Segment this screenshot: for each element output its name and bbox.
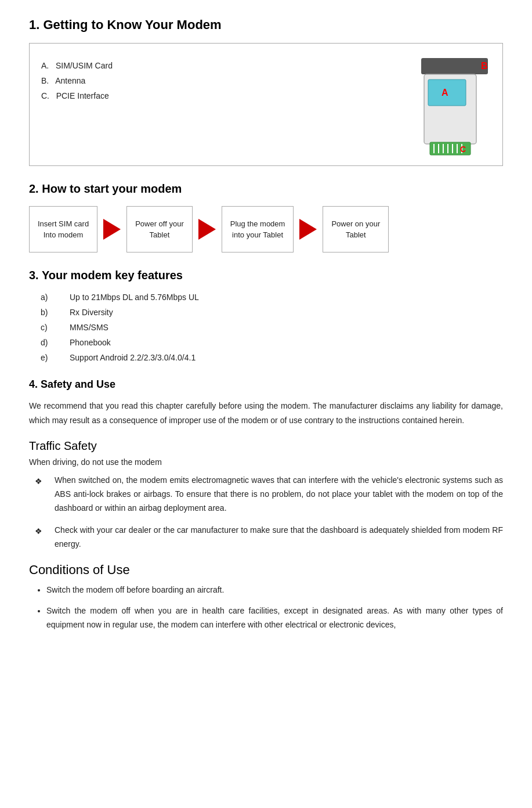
diamond-icon-2: ❖ — [35, 524, 46, 551]
condition-item-2: Switch the modem off when you are in hea… — [46, 604, 503, 632]
modem-svg: B A C — [386, 55, 491, 160]
arrow-3 — [294, 218, 323, 241]
label-c: C — [460, 145, 466, 154]
conditions-title: Conditions of Use — [29, 562, 503, 578]
section1-heading: 1. Getting to Know Your Modem — [29, 17, 503, 33]
diamond-icon-1: ❖ — [35, 474, 46, 515]
section2: 2. How to start your modem Insert SIM ca… — [29, 182, 503, 252]
arrow-shape-3 — [299, 219, 317, 240]
section3-heading: 3. Your modem key features — [29, 269, 503, 282]
conditions-list: Switch the modem off before boarding an … — [29, 583, 503, 632]
section1-item-b: B. Antenna — [41, 76, 386, 85]
arrow-1 — [97, 218, 126, 241]
step-3: Plug the modeminto your Tablet — [222, 206, 294, 252]
label-b: B — [481, 61, 488, 71]
label-a: A — [441, 88, 448, 98]
section1-item-c: C. PCIE Interface — [41, 91, 386, 100]
section1-list: A. SIM/USIM Card B. Antenna C. PCIE Inte… — [41, 55, 386, 106]
traffic-safety-subtitle: When driving, do not use the modem — [29, 457, 503, 467]
section1: 1. Getting to Know Your Modem A. SIM/USI… — [29, 17, 503, 166]
section4: 4. Safety and Use We recommend that you … — [29, 378, 503, 632]
traffic-item-1: ❖ When switched on, the modem emits elec… — [35, 474, 503, 515]
feature-d: d) Phonebook — [41, 338, 503, 347]
step-2: Power off yourTablet — [126, 206, 193, 252]
step-4: Power on yourTablet — [323, 206, 389, 252]
feature-c: c) MMS/SMS — [41, 323, 503, 332]
traffic-item-1-text: When switched on, the modem emits electr… — [55, 474, 503, 515]
condition-item-1: Switch the modem off before boarding an … — [46, 583, 503, 597]
feature-e: e) Support Android 2.2/2.3/3.0/4.0/4.1 — [41, 353, 503, 362]
modem-diagram: B A C — [386, 55, 491, 160]
section1-item-a: A. SIM/USIM Card — [41, 61, 386, 70]
traffic-safety-list: ❖ When switched on, the modem emits elec… — [29, 474, 503, 551]
modem-part-b — [421, 58, 488, 74]
arrow-shape-2 — [198, 219, 216, 240]
conditions-of-use: Conditions of Use Switch the modem off b… — [29, 562, 503, 632]
feature-a: a) Up to 21Mbps DL and 5.76Mbps UL — [41, 293, 503, 302]
section4-body: We recommend that you read this chapter … — [29, 399, 503, 428]
arrow-2 — [193, 218, 222, 241]
steps-row: Insert SIM cardInto modem Power off your… — [29, 206, 503, 252]
traffic-item-2: ❖ Check with your car dealer or the car … — [35, 524, 503, 551]
traffic-safety-title: Traffic Safety — [29, 439, 503, 453]
section4-heading: 4. Safety and Use — [29, 378, 503, 391]
section1-box: A. SIM/USIM Card B. Antenna C. PCIE Inte… — [29, 43, 503, 166]
step-1: Insert SIM cardInto modem — [29, 206, 97, 252]
traffic-item-2-text: Check with your car dealer or the car ma… — [55, 524, 503, 551]
arrow-shape-1 — [103, 219, 121, 240]
traffic-safety: Traffic Safety When driving, do not use … — [29, 439, 503, 551]
feature-b: b) Rx Diversity — [41, 308, 503, 317]
section3: 3. Your modem key features a) Up to 21Mb… — [29, 269, 503, 362]
section2-heading: 2. How to start your modem — [29, 182, 503, 196]
features-list: a) Up to 21Mbps DL and 5.76Mbps UL b) Rx… — [29, 293, 503, 362]
